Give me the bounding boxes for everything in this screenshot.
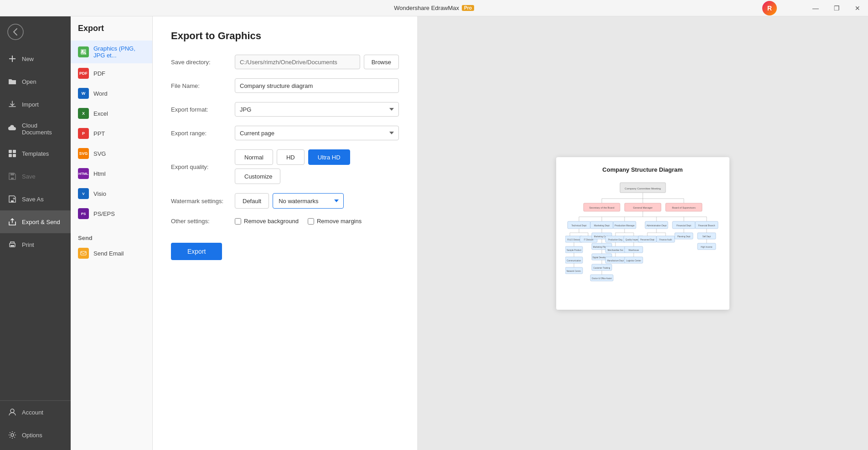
export-range-select[interactable]: Current page All pages Selected objects	[235, 126, 399, 140]
nav-templates-label: Templates	[22, 150, 49, 157]
svg-format-icon: SVG	[78, 148, 89, 159]
export-format-select[interactable]: JPG PNG BMP SVG PDF	[235, 102, 399, 117]
svg-point-13	[11, 434, 14, 436]
plus-icon	[7, 54, 17, 64]
svg-text:Personnel Dept: Personnel Dept	[640, 239, 655, 241]
export-panel-title: Export to Graphics	[171, 30, 399, 42]
remove-background-item[interactable]: Remove background	[235, 218, 299, 225]
svg-text:Network Comm.: Network Comm.	[566, 270, 581, 272]
maximize-button[interactable]: ❐	[826, 0, 847, 16]
minimize-button[interactable]: —	[805, 0, 826, 16]
ps-format-icon: PS	[78, 208, 89, 219]
file-name-control	[235, 78, 399, 93]
export-format-word[interactable]: W Word	[71, 83, 152, 103]
quality-hd-button[interactable]: HD	[277, 149, 305, 165]
nav-print-label: Print	[22, 241, 34, 248]
svg-text:Doctor & Office Assist: Doctor & Office Assist	[592, 277, 612, 280]
export-icon	[7, 217, 17, 227]
sidebar-item-cloud[interactable]: Cloud Documents	[0, 116, 71, 142]
nav-saveas-label: Save As	[22, 196, 44, 203]
export-format-graphics[interactable]: Graphics (PNG, JPG et...	[71, 41, 152, 63]
back-button[interactable]	[4, 20, 27, 44]
app-title: Wondershare EdrawMax	[394, 5, 459, 11]
other-settings-control: Remove background Remove margins	[235, 218, 399, 225]
export-sidebar: Export Graphics (PNG, JPG et... PDF PDF …	[71, 16, 153, 450]
svg-text:Sell Dept: Sell Dept	[702, 235, 711, 238]
svg-point-0	[8, 24, 23, 40]
svg-text:Company Committee Meeting: Company Committee Meeting	[625, 187, 661, 190]
save-directory-input[interactable]	[235, 55, 360, 69]
quality-ultrahd-button[interactable]: Ultra HD	[308, 149, 350, 165]
nav-new-label: New	[22, 56, 34, 62]
sidebar-item-save: Save	[0, 165, 71, 188]
svg-point-15	[82, 50, 83, 52]
close-button[interactable]: ✕	[847, 0, 868, 16]
preview-diagram-title: Company Structure Diagram	[565, 166, 720, 173]
gear-icon	[7, 430, 17, 440]
print-icon	[7, 240, 17, 250]
export-format-visio[interactable]: V Visio	[71, 184, 152, 204]
nav-options-label: Options	[22, 432, 42, 439]
watermark-label: Watermark settings:	[171, 198, 235, 205]
export-button[interactable]: Export	[171, 243, 222, 260]
send-email-label: Send Email	[93, 250, 124, 257]
sidebar-item-import[interactable]: Import	[0, 93, 71, 116]
svg-rect-3	[9, 150, 12, 153]
grid-icon	[7, 148, 17, 159]
svg-rect-14	[81, 49, 86, 55]
export-format-pseps[interactable]: PS PS/EPS	[71, 204, 152, 224]
export-visio-label: Visio	[93, 190, 106, 197]
export-svg-label: SVG	[93, 150, 106, 157]
avatar[interactable]: R	[762, 1, 777, 15]
other-settings-row: Other settings: Remove background Remove…	[171, 218, 399, 225]
other-settings-label: Other settings:	[171, 218, 235, 225]
quality-normal-button[interactable]: Normal	[235, 149, 273, 165]
visio-format-icon: V	[78, 188, 89, 199]
svg-rect-5	[9, 154, 12, 157]
import-icon	[7, 99, 17, 109]
svg-text:Financial Branch: Financial Branch	[698, 224, 715, 227]
nav-cloud-label: Cloud Documents	[22, 122, 63, 136]
export-format-svg[interactable]: SVG SVG	[71, 143, 152, 164]
user-icon	[7, 407, 17, 417]
browse-button[interactable]: Browse	[364, 55, 399, 69]
send-section-label: Send	[71, 227, 152, 243]
watermark-default-button[interactable]: Default	[235, 193, 269, 209]
sidebar-item-templates[interactable]: Templates	[0, 142, 71, 165]
sidebar-item-open[interactable]: Open	[0, 70, 71, 93]
sidebar-item-export-send[interactable]: Export & Send	[0, 210, 71, 233]
remove-margins-checkbox[interactable]	[308, 218, 314, 225]
export-pdf-label: PDF	[93, 70, 105, 77]
remove-margins-label: Remove margins	[317, 218, 362, 225]
watermark-select[interactable]: No watermarks Custom watermark	[273, 193, 344, 209]
sidebar-item-print[interactable]: Print	[0, 233, 71, 256]
remove-background-label: Remove background	[244, 218, 299, 225]
customize-button[interactable]: Customize	[235, 169, 280, 184]
svg-text:Communication: Communication	[567, 260, 581, 262]
export-format-label: Export format:	[171, 106, 235, 113]
export-range-label: Export range:	[171, 130, 235, 137]
org-chart-container: Company Committee Meeting Secretary of t…	[565, 180, 720, 301]
sidebar-item-save-as[interactable]: Save As	[0, 188, 71, 210]
svg-text:Logistics Center: Logistics Center	[626, 260, 641, 262]
cloud-icon	[7, 124, 17, 134]
export-format-excel[interactable]: X Excel	[71, 103, 152, 123]
sidebar-item-new[interactable]: New	[0, 47, 71, 70]
export-ppt-label: PPT	[93, 130, 105, 137]
sidebar-item-options[interactable]: Options	[0, 424, 71, 446]
export-format-pdf[interactable]: PDF PDF	[71, 63, 152, 83]
export-quality-control: Normal HD Ultra HD Customize	[235, 149, 399, 184]
export-format-ppt[interactable]: P PPT	[71, 123, 152, 143]
remove-margins-item[interactable]: Remove margins	[308, 218, 362, 225]
svg-text:High Income: High Income	[701, 246, 713, 248]
export-format-html[interactable]: HTML Html	[71, 164, 152, 184]
export-format-send-email[interactable]: Send Email	[71, 243, 152, 263]
sidebar-item-account[interactable]: Account	[0, 401, 71, 424]
file-name-input[interactable]	[235, 78, 399, 93]
nav-sidebar: New Open Import Cloud Documents	[0, 16, 71, 450]
file-name-row: File Name:	[171, 78, 399, 93]
watermark-group: Default No watermarks Custom watermark	[235, 193, 344, 209]
export-range-row: Export range: Current page All pages Sel…	[171, 126, 399, 140]
remove-background-checkbox[interactable]	[235, 218, 241, 225]
svg-rect-16	[81, 251, 86, 255]
